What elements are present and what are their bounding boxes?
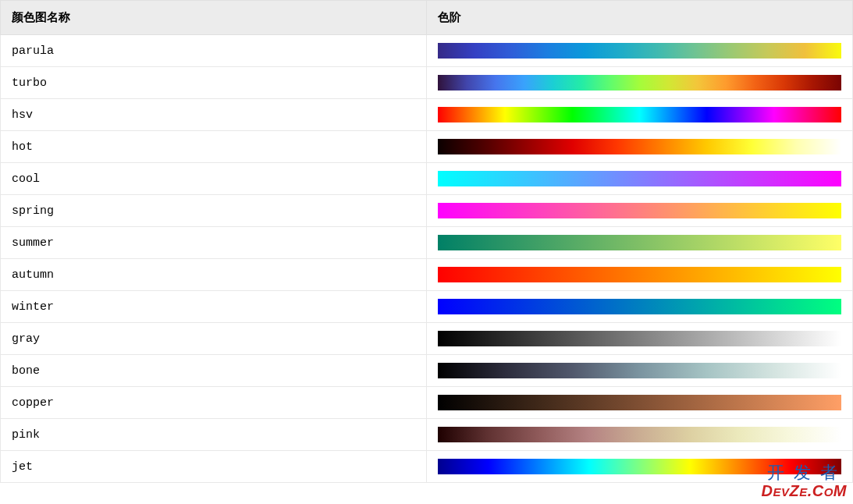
colormap-swatch-cell (427, 259, 853, 291)
colormap-swatch-cell (427, 291, 853, 323)
colormap-swatch-cell (427, 163, 853, 195)
colormap-swatch-cell (427, 355, 853, 387)
colormap-swatch (438, 459, 841, 474)
colormap-swatch-cell (427, 195, 853, 227)
colormap-name: summer (1, 227, 427, 259)
table-row: copper (1, 387, 853, 419)
colormap-swatch-cell (427, 35, 853, 67)
table-row: gray (1, 323, 853, 355)
colormap-swatch (438, 75, 841, 91)
colormap-swatch (438, 331, 841, 346)
watermark-line2: DEVZE.COM (761, 482, 847, 499)
colormap-name: jet (1, 451, 427, 483)
colormap-name: turbo (1, 67, 427, 99)
table-row: pink (1, 419, 853, 451)
colormap-table: 颜色图名称 色阶 parulaturbohsvhotcoolspringsumm… (0, 0, 853, 483)
table-header-row: 颜色图名称 色阶 (1, 1, 853, 35)
table-row: turbo (1, 67, 853, 99)
colormap-swatch (438, 427, 841, 442)
colormap-swatch-cell (427, 67, 853, 99)
table-row: cool (1, 163, 853, 195)
table-row: hot (1, 131, 853, 163)
table-row: jet (1, 451, 853, 483)
table-row: bone (1, 355, 853, 387)
colormap-swatch (438, 235, 841, 250)
colormap-swatch (438, 43, 841, 59)
table-row: spring (1, 195, 853, 227)
colormap-name: spring (1, 195, 427, 227)
colormap-name: hot (1, 131, 427, 163)
colormap-name: autumn (1, 259, 427, 291)
colormap-swatch (438, 267, 841, 282)
colormap-swatch-cell (427, 419, 853, 451)
colormap-swatch-cell (427, 387, 853, 419)
header-swatch: 色阶 (427, 1, 853, 35)
table-row: parula (1, 35, 853, 67)
colormap-name: winter (1, 291, 427, 323)
colormap-name: gray (1, 323, 427, 355)
colormap-swatch (438, 299, 841, 314)
colormap-name: cool (1, 163, 427, 195)
colormap-name: pink (1, 419, 427, 451)
table-row: autumn (1, 259, 853, 291)
colormap-name: hsv (1, 99, 427, 131)
colormap-swatch (438, 171, 841, 186)
colormap-name: bone (1, 355, 427, 387)
colormap-name: copper (1, 387, 427, 419)
table-row: summer (1, 227, 853, 259)
colormap-swatch-cell (427, 131, 853, 163)
colormap-name: parula (1, 35, 427, 67)
colormap-swatch (438, 139, 841, 154)
colormap-swatch-cell (427, 323, 853, 355)
colormap-swatch-cell (427, 451, 853, 483)
colormap-swatch-cell (427, 227, 853, 259)
table-row: hsv (1, 99, 853, 131)
colormap-swatch-cell (427, 99, 853, 131)
colormap-swatch (438, 363, 841, 378)
colormap-swatch (438, 395, 841, 410)
header-name: 颜色图名称 (1, 1, 427, 35)
table-row: winter (1, 291, 853, 323)
colormap-swatch (438, 107, 841, 122)
colormap-swatch (438, 203, 841, 218)
